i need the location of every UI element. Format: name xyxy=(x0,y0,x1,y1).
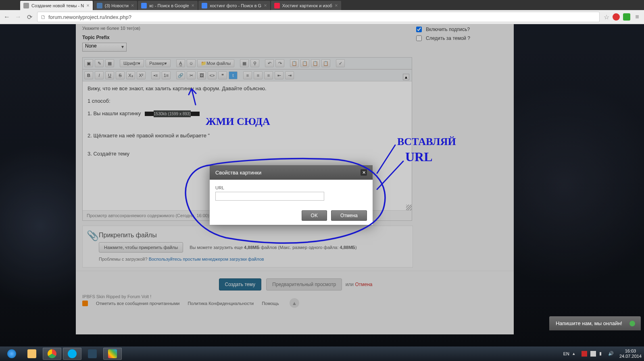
paste-icon[interactable]: 📋 xyxy=(300,59,309,67)
bold-icon[interactable]: B xyxy=(84,71,93,79)
resize-handle-icon[interactable] xyxy=(406,205,412,210)
tab-close-icon[interactable]: × xyxy=(192,2,195,8)
simple-uploader-link[interactable]: Воспользуйтесь простым менеджером загруз… xyxy=(149,257,264,261)
strike-icon[interactable]: S xyxy=(116,71,125,79)
superscript-icon[interactable]: X² xyxy=(137,71,146,79)
nav-reload-button[interactable]: ⟳ xyxy=(26,13,33,21)
image-thumbnail[interactable]: 1530kb (1599 x 893) xyxy=(145,112,200,116)
tray-chevron-icon[interactable]: ▴ xyxy=(573,351,578,357)
taskbar-clock[interactable]: 16:03 24.07.2014 xyxy=(619,349,642,359)
option-label: Включить подпись? xyxy=(426,27,470,32)
cancel-link[interactable]: Отмена xyxy=(355,282,372,287)
signature-checkbox[interactable] xyxy=(416,27,422,32)
spellcheck-icon[interactable]: ✓ xyxy=(336,59,345,67)
modal-close-button[interactable]: ✕ xyxy=(361,169,367,176)
modal-cancel-button[interactable]: Отмена xyxy=(331,210,367,221)
chrome-menu-button[interactable]: ≡ xyxy=(634,13,641,21)
paste-plain-icon[interactable]: 📋 xyxy=(311,59,320,67)
attach-files-button[interactable]: Нажмите, чтобы прикрепить файлы xyxy=(99,242,183,253)
undo-icon[interactable]: ↶ xyxy=(265,59,274,67)
paint-task-icon[interactable] xyxy=(103,348,122,360)
extension-icon[interactable] xyxy=(623,13,630,21)
image-icon[interactable]: 🖼 xyxy=(197,71,206,79)
skin-credit: IPBFS Skin Ripped by Forum Volt ! xyxy=(82,294,151,299)
preview-button[interactable]: Предварительный просмотр xyxy=(266,278,342,290)
eraser-icon[interactable]: ✎ xyxy=(95,59,104,67)
option-follow[interactable]: Следить за темой ? xyxy=(416,35,509,41)
url-input[interactable] xyxy=(215,192,324,201)
chrome-task-icon[interactable] xyxy=(43,348,61,360)
modal-ok-button[interactable]: OK xyxy=(302,210,327,221)
rss-icon[interactable] xyxy=(82,301,88,306)
outdent-icon[interactable]: ⇤ xyxy=(275,71,283,79)
align-center-icon[interactable]: ≡ xyxy=(254,71,263,79)
modal-title: Свойства картинки xyxy=(215,170,261,176)
font-family-select[interactable]: Шрифт ▾ xyxy=(120,59,144,67)
tag-hint: Укажите не более 10 тег(ов) xyxy=(82,26,412,31)
attach-title: Прикрепить файлы xyxy=(99,232,407,239)
language-indicator[interactable]: EN xyxy=(563,351,569,356)
tab-title: (3) Новости xyxy=(105,3,129,8)
help-link[interactable]: Помощь xyxy=(262,301,279,306)
tab-close-icon[interactable]: × xyxy=(335,2,338,8)
start-button[interactable] xyxy=(2,348,21,360)
source-icon[interactable]: ▦ xyxy=(105,59,114,67)
twitter-icon[interactable]: t xyxy=(229,71,238,79)
unlink-icon[interactable]: ✂ xyxy=(187,71,196,79)
emoticon-icon[interactable]: ☺ xyxy=(187,59,196,67)
underline-icon[interactable]: U xyxy=(105,71,114,79)
my-files-button[interactable]: 📁 Мои файлы xyxy=(197,59,234,67)
mark-read-link[interactable]: Отметить все сообщения прочитанными xyxy=(96,301,179,306)
redo-icon[interactable]: ↷ xyxy=(275,59,284,67)
quote-icon[interactable]: ❝ xyxy=(218,71,227,79)
explorer-task-icon[interactable] xyxy=(23,348,41,360)
nav-forward-button[interactable]: → xyxy=(15,13,22,21)
tab-title: хостинг фото - Поиск в G xyxy=(210,3,261,8)
link-icon[interactable]: 🔗 xyxy=(176,71,185,79)
prefix-select[interactable]: None xyxy=(82,43,127,52)
media-icon[interactable]: ▦ xyxy=(240,59,249,67)
tray-network-icon[interactable]: ▮ xyxy=(599,351,605,357)
subscript-icon[interactable]: X₂ xyxy=(126,71,135,79)
option-signature[interactable]: Включить подпись? xyxy=(416,27,509,32)
steam-task-icon[interactable] xyxy=(83,348,102,360)
skype-task-icon[interactable] xyxy=(63,348,81,360)
create-topic-button[interactable]: Создать тему xyxy=(219,278,261,290)
number-list-icon[interactable]: 1≡ xyxy=(162,71,171,79)
tab-close-icon[interactable]: × xyxy=(131,2,134,8)
bookmark-star-icon[interactable]: ☆ xyxy=(604,13,609,21)
bullet-list-icon[interactable]: •≡ xyxy=(151,71,160,79)
nav-back-button[interactable]: ← xyxy=(3,13,10,21)
text-color-icon[interactable]: A̲ xyxy=(176,59,185,67)
code-icon[interactable]: <> xyxy=(208,71,217,79)
align-right-icon[interactable]: ≡ xyxy=(264,71,273,79)
bbcode-toggle-icon[interactable]: ▲ xyxy=(403,74,409,80)
indent-icon[interactable]: ⇥ xyxy=(285,71,294,79)
find-icon[interactable]: ⚲ xyxy=(250,59,259,67)
browser-tab[interactable]: Создание новой темы - N × xyxy=(20,1,93,10)
favicon-icon xyxy=(141,3,147,8)
tray-action-center-icon[interactable] xyxy=(590,351,596,357)
scroll-to-top-button[interactable]: ▲ xyxy=(290,298,299,308)
italic-icon[interactable]: I xyxy=(95,71,104,79)
address-bar[interactable]: 🗋 forum.newonlyproject.ru/index.php? xyxy=(37,12,600,22)
tray-flag-icon[interactable] xyxy=(581,351,587,357)
extension-icon[interactable] xyxy=(613,13,620,21)
browser-tab[interactable]: хостинг фото - Поиск в G × xyxy=(198,1,270,10)
paperclip-icon: 📎 xyxy=(87,230,99,241)
toggle-edit-icon[interactable]: ▣ xyxy=(84,59,93,67)
browser-tab[interactable]: (3) Новости × xyxy=(94,1,138,10)
font-size-select[interactable]: Размер ▾ xyxy=(146,59,171,67)
privacy-link[interactable]: Политика Конфиденциальности xyxy=(188,301,254,306)
browser-tab[interactable]: кс - Поиск в Google × xyxy=(138,1,198,10)
align-left-icon[interactable]: ≡ xyxy=(243,71,252,79)
browser-tab[interactable]: Хостинг картинок и изоб × xyxy=(271,1,341,10)
follow-checkbox[interactable] xyxy=(416,35,422,41)
tray-volume-icon[interactable]: 🔊 xyxy=(608,351,614,357)
tab-close-icon[interactable]: × xyxy=(86,2,90,8)
copy-icon[interactable]: 📋 xyxy=(290,59,299,67)
live-chat-widget[interactable]: Напишите нам, мы онлайн! xyxy=(549,316,641,330)
tab-close-icon[interactable]: × xyxy=(264,2,267,8)
content-line: 1 способ: xyxy=(88,98,407,104)
paste-word-icon[interactable]: 📋 xyxy=(321,59,330,67)
